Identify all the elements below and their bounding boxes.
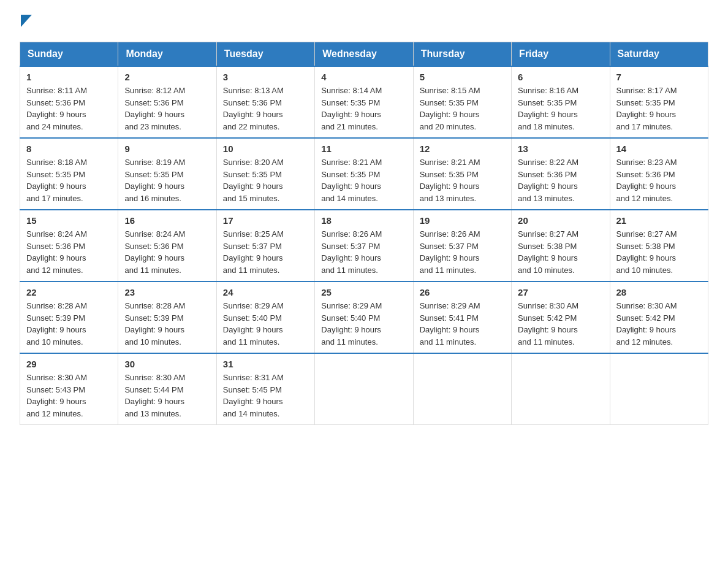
day-info: Sunrise: 8:17 AMSunset: 5:35 PMDaylight:… (616, 86, 677, 131)
day-info: Sunrise: 8:15 AMSunset: 5:35 PMDaylight:… (420, 86, 480, 131)
calendar-cell: 12 Sunrise: 8:21 AMSunset: 5:35 PMDaylig… (413, 138, 511, 210)
day-info: Sunrise: 8:24 AMSunset: 5:36 PMDaylight:… (124, 229, 185, 275)
calendar-cell: 1 Sunrise: 8:11 AMSunset: 5:36 PMDayligh… (20, 66, 118, 138)
day-info: Sunrise: 8:26 AMSunset: 5:37 PMDaylight:… (420, 229, 480, 275)
page-header (20, 15, 708, 27)
day-info: Sunrise: 8:21 AMSunset: 5:35 PMDaylight:… (321, 158, 382, 203)
calendar-week-row: 8 Sunrise: 8:18 AMSunset: 5:35 PMDayligh… (20, 138, 708, 210)
calendar-week-row: 15 Sunrise: 8:24 AMSunset: 5:36 PMDaylig… (20, 210, 708, 282)
calendar-cell: 28 Sunrise: 8:30 AMSunset: 5:42 PMDaylig… (610, 282, 708, 353)
calendar-cell: 2 Sunrise: 8:12 AMSunset: 5:36 PMDayligh… (118, 66, 216, 138)
calendar-cell: 24 Sunrise: 8:29 AMSunset: 5:40 PMDaylig… (216, 282, 314, 353)
calendar-header-monday: Monday (118, 42, 216, 67)
calendar-week-row: 29 Sunrise: 8:30 AMSunset: 5:43 PMDaylig… (20, 353, 708, 425)
day-info: Sunrise: 8:27 AMSunset: 5:38 PMDaylight:… (616, 229, 677, 275)
day-number: 27 (518, 287, 603, 297)
day-number: 22 (26, 287, 112, 297)
day-info: Sunrise: 8:31 AMSunset: 5:45 PMDaylight:… (223, 373, 284, 418)
day-number: 26 (420, 287, 505, 297)
calendar-cell: 25 Sunrise: 8:29 AMSunset: 5:40 PMDaylig… (315, 282, 413, 353)
calendar-cell: 9 Sunrise: 8:19 AMSunset: 5:35 PMDayligh… (118, 138, 216, 210)
day-info: Sunrise: 8:25 AMSunset: 5:37 PMDaylight:… (223, 229, 284, 275)
calendar-cell: 19 Sunrise: 8:26 AMSunset: 5:37 PMDaylig… (413, 210, 511, 282)
day-number: 8 (26, 144, 112, 154)
calendar-header-wednesday: Wednesday (315, 42, 413, 67)
day-number: 14 (616, 144, 702, 154)
day-info: Sunrise: 8:29 AMSunset: 5:40 PMDaylight:… (223, 301, 284, 347)
calendar-cell: 18 Sunrise: 8:26 AMSunset: 5:37 PMDaylig… (315, 210, 413, 282)
calendar-cell: 21 Sunrise: 8:27 AMSunset: 5:38 PMDaylig… (610, 210, 708, 282)
day-info: Sunrise: 8:23 AMSunset: 5:36 PMDaylight:… (616, 158, 677, 203)
calendar-cell (512, 353, 610, 425)
calendar-cell: 10 Sunrise: 8:20 AMSunset: 5:35 PMDaylig… (216, 138, 314, 210)
day-number: 19 (420, 215, 505, 226)
day-info: Sunrise: 8:30 AMSunset: 5:43 PMDaylight:… (26, 373, 87, 418)
day-info: Sunrise: 8:16 AMSunset: 5:35 PMDaylight:… (518, 86, 578, 131)
calendar-cell: 7 Sunrise: 8:17 AMSunset: 5:35 PMDayligh… (610, 66, 708, 138)
day-number: 13 (518, 144, 603, 154)
day-info: Sunrise: 8:11 AMSunset: 5:36 PMDaylight:… (26, 86, 87, 131)
calendar-header-tuesday: Tuesday (216, 42, 314, 67)
logo (20, 15, 32, 27)
calendar-cell: 5 Sunrise: 8:15 AMSunset: 5:35 PMDayligh… (413, 66, 511, 138)
calendar-cell: 23 Sunrise: 8:28 AMSunset: 5:39 PMDaylig… (118, 282, 216, 353)
day-number: 4 (321, 72, 406, 82)
calendar-cell: 8 Sunrise: 8:18 AMSunset: 5:35 PMDayligh… (20, 138, 118, 210)
day-info: Sunrise: 8:13 AMSunset: 5:36 PMDaylight:… (223, 86, 284, 131)
day-info: Sunrise: 8:18 AMSunset: 5:35 PMDaylight:… (26, 158, 87, 203)
day-info: Sunrise: 8:26 AMSunset: 5:37 PMDaylight:… (321, 229, 382, 275)
calendar-cell: 6 Sunrise: 8:16 AMSunset: 5:35 PMDayligh… (512, 66, 610, 138)
calendar-header-thursday: Thursday (413, 42, 511, 67)
logo-arrow-icon (21, 15, 32, 27)
calendar-header-saturday: Saturday (610, 42, 708, 67)
day-info: Sunrise: 8:28 AMSunset: 5:39 PMDaylight:… (26, 301, 87, 347)
day-number: 9 (124, 144, 210, 154)
calendar-cell: 22 Sunrise: 8:28 AMSunset: 5:39 PMDaylig… (20, 282, 118, 353)
day-number: 2 (124, 72, 210, 82)
calendar-cell (610, 353, 708, 425)
day-number: 20 (518, 215, 603, 226)
calendar-week-row: 22 Sunrise: 8:28 AMSunset: 5:39 PMDaylig… (20, 282, 708, 353)
day-info: Sunrise: 8:21 AMSunset: 5:35 PMDaylight:… (420, 158, 480, 203)
day-info: Sunrise: 8:22 AMSunset: 5:36 PMDaylight:… (518, 158, 578, 203)
day-info: Sunrise: 8:27 AMSunset: 5:38 PMDaylight:… (518, 229, 578, 275)
day-info: Sunrise: 8:29 AMSunset: 5:40 PMDaylight:… (321, 301, 382, 347)
calendar-week-row: 1 Sunrise: 8:11 AMSunset: 5:36 PMDayligh… (20, 66, 708, 138)
day-number: 29 (26, 359, 112, 369)
calendar-cell: 4 Sunrise: 8:14 AMSunset: 5:35 PMDayligh… (315, 66, 413, 138)
day-number: 5 (420, 72, 505, 82)
day-number: 15 (26, 215, 112, 226)
day-number: 1 (26, 72, 112, 82)
day-info: Sunrise: 8:14 AMSunset: 5:35 PMDaylight:… (321, 86, 382, 131)
calendar-cell: 31 Sunrise: 8:31 AMSunset: 5:45 PMDaylig… (216, 353, 314, 425)
day-number: 11 (321, 144, 406, 154)
day-info: Sunrise: 8:24 AMSunset: 5:36 PMDaylight:… (26, 229, 87, 275)
day-number: 12 (420, 144, 505, 154)
day-number: 28 (616, 287, 702, 297)
day-info: Sunrise: 8:19 AMSunset: 5:35 PMDaylight:… (124, 158, 185, 203)
calendar-cell: 17 Sunrise: 8:25 AMSunset: 5:37 PMDaylig… (216, 210, 314, 282)
calendar-cell: 20 Sunrise: 8:27 AMSunset: 5:38 PMDaylig… (512, 210, 610, 282)
calendar-header-sunday: Sunday (20, 42, 118, 67)
day-info: Sunrise: 8:30 AMSunset: 5:44 PMDaylight:… (124, 373, 185, 418)
calendar-header-row: SundayMondayTuesdayWednesdayThursdayFrid… (20, 42, 708, 67)
calendar-cell: 29 Sunrise: 8:30 AMSunset: 5:43 PMDaylig… (20, 353, 118, 425)
calendar-cell: 13 Sunrise: 8:22 AMSunset: 5:36 PMDaylig… (512, 138, 610, 210)
day-info: Sunrise: 8:30 AMSunset: 5:42 PMDaylight:… (616, 301, 677, 347)
day-info: Sunrise: 8:20 AMSunset: 5:35 PMDaylight:… (223, 158, 284, 203)
calendar-cell: 11 Sunrise: 8:21 AMSunset: 5:35 PMDaylig… (315, 138, 413, 210)
day-number: 17 (223, 215, 308, 226)
day-number: 31 (223, 359, 308, 369)
svg-marker-0 (21, 15, 32, 27)
day-number: 16 (124, 215, 210, 226)
day-number: 7 (616, 72, 702, 82)
day-info: Sunrise: 8:30 AMSunset: 5:42 PMDaylight:… (518, 301, 578, 347)
calendar-header-friday: Friday (512, 42, 610, 67)
calendar-cell: 27 Sunrise: 8:30 AMSunset: 5:42 PMDaylig… (512, 282, 610, 353)
calendar-cell (315, 353, 413, 425)
day-number: 24 (223, 287, 308, 297)
day-number: 21 (616, 215, 702, 226)
calendar-table: SundayMondayTuesdayWednesdayThursdayFrid… (20, 42, 708, 425)
calendar-cell: 15 Sunrise: 8:24 AMSunset: 5:36 PMDaylig… (20, 210, 118, 282)
calendar-cell: 16 Sunrise: 8:24 AMSunset: 5:36 PMDaylig… (118, 210, 216, 282)
